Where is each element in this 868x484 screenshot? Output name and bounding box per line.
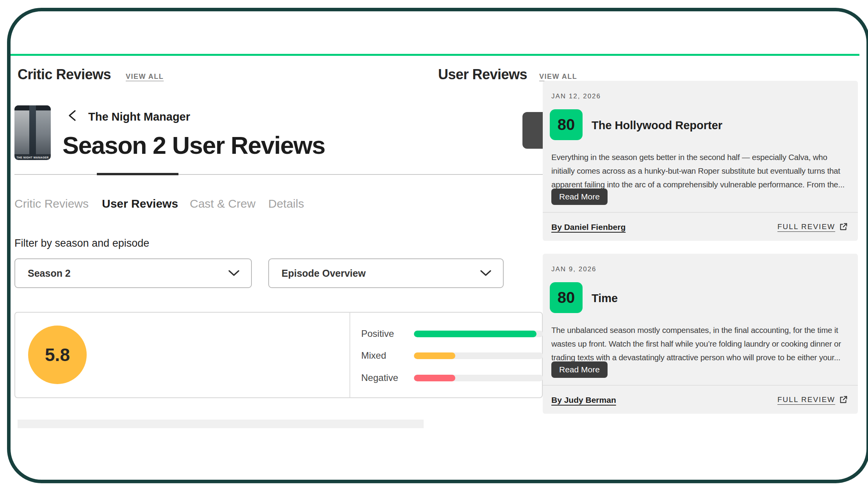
poster-left-face — [14, 110, 29, 154]
full-review-label: FULL REVIEW — [777, 395, 835, 404]
skeleton-placeholder-bar — [18, 420, 424, 428]
tab-cast-and-crew[interactable]: Cast & Crew — [190, 197, 255, 210]
negative-label: Negative — [361, 372, 414, 383]
critic-score-value: 80 — [558, 289, 575, 306]
score-card-divider — [349, 313, 350, 397]
excerpt-line: The unbalanced season mostly compensates… — [551, 323, 849, 337]
distribution-row-mixed: Mixed — [361, 350, 543, 361]
review-author-link[interactable]: By Judy Berman — [551, 395, 616, 405]
excerpt-line: initially comes across as a hunky-but-wa… — [551, 164, 849, 178]
filter-label: Filter by season and episode — [14, 237, 149, 249]
user-reviews-view-all-link[interactable]: VIEW ALL — [539, 73, 577, 81]
mixed-label: Mixed — [361, 350, 414, 361]
tab-critic-reviews[interactable]: Critic Reviews — [14, 197, 89, 210]
review-card: JAN 9, 2026 80 Time The unbalanced seaso… — [543, 254, 858, 414]
distribution-row-negative: Negative — [361, 372, 543, 383]
positive-bar-track — [414, 331, 543, 337]
episode-select-value: Episode Overview — [282, 268, 365, 279]
positive-label: Positive — [361, 328, 414, 339]
card-divider — [543, 212, 858, 213]
full-review-link[interactable]: FULL REVIEW — [777, 395, 848, 404]
season-select[interactable]: Season 2 — [14, 258, 252, 288]
chevron-down-icon — [228, 270, 239, 276]
user-reviews-heading: User Reviews — [438, 66, 527, 83]
chevron-down-icon — [480, 270, 491, 276]
excerpt-line: Everything in the season gets better in … — [551, 150, 849, 164]
tab-details[interactable]: Details — [268, 197, 304, 210]
critic-score-badge: 80 — [550, 282, 583, 313]
user-score-badge: 5.8 — [28, 326, 87, 384]
tab-user-reviews[interactable]: User Reviews — [102, 197, 178, 210]
read-more-button[interactable]: Read More — [551, 361, 608, 378]
critic-reviews-view-all-link[interactable]: VIEW ALL — [126, 73, 164, 81]
negative-bar-track — [414, 375, 543, 381]
read-more-button[interactable]: Read More — [551, 189, 608, 205]
active-tab-indicator — [97, 173, 178, 175]
publication-name: Time — [592, 292, 618, 305]
show-poster[interactable]: THE NIGHT MANAGER — [14, 105, 51, 160]
review-author-link[interactable]: By Daniel Fienberg — [551, 222, 626, 232]
full-review-label: FULL REVIEW — [777, 222, 835, 231]
mixed-bar-track — [414, 352, 543, 359]
critic-score-value: 80 — [558, 116, 575, 133]
accent-divider-line — [11, 54, 859, 56]
distribution-row-positive: Positive — [361, 328, 543, 339]
publication-name: The Hollywood Reporter — [592, 119, 722, 132]
critic-score-badge: 80 — [550, 109, 583, 140]
full-review-link[interactable]: FULL REVIEW — [777, 222, 848, 231]
review-date: JAN 9, 2026 — [551, 265, 597, 273]
back-icon[interactable] — [67, 110, 77, 121]
tab-rule — [14, 174, 543, 175]
card-divider — [543, 385, 858, 386]
critic-reviews-heading: Critic Reviews — [18, 66, 111, 83]
review-card: JAN 12, 2026 80 The Hollywood Reporter E… — [543, 81, 858, 241]
poster-right-face — [36, 110, 51, 154]
mixed-bar-fill — [414, 352, 455, 359]
review-excerpt: Everything in the season gets better in … — [551, 150, 849, 191]
review-date: JAN 12, 2026 — [551, 93, 601, 100]
excerpt-line: wastes up front. Watch the first half wh… — [551, 337, 849, 351]
season-select-value: Season 2 — [28, 268, 71, 279]
user-score-value: 5.8 — [45, 344, 70, 365]
page: Critic Reviews VIEW ALL User Reviews VIE… — [0, 0, 868, 484]
poster-caption: THE NIGHT MANAGER — [14, 156, 51, 159]
page-title: Season 2 User Reviews — [62, 131, 325, 159]
review-excerpt: The unbalanced season mostly compensates… — [551, 323, 849, 364]
episode-select[interactable]: Episode Overview — [268, 258, 504, 288]
external-link-icon — [839, 222, 848, 231]
negative-bar-fill — [414, 375, 455, 381]
poster-center-strip — [29, 105, 36, 160]
external-link-icon — [839, 395, 848, 404]
show-title-link[interactable]: The Night Manager — [88, 110, 190, 123]
positive-bar-fill — [414, 331, 536, 337]
